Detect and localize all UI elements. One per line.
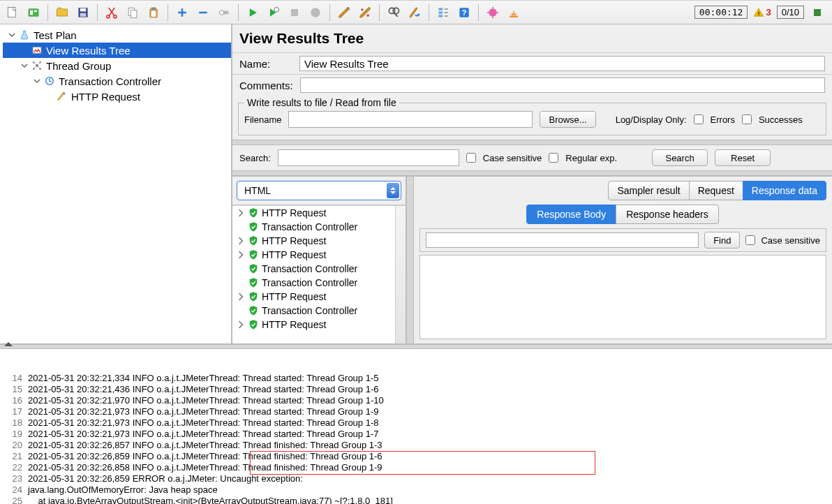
tree-toggle-icon[interactable] — [32, 76, 42, 86]
run-notimer-icon[interactable] — [264, 3, 283, 22]
run-icon[interactable] — [243, 3, 262, 22]
tree-toggle-icon[interactable] — [7, 30, 17, 40]
tab-sampler-result[interactable]: Sampler result — [608, 181, 689, 200]
comments-field[interactable] — [300, 77, 825, 93]
collapse-icon[interactable] — [193, 3, 213, 22]
log-line: 182021-05-31 20:32:21,973 INFO o.a.j.t.J… — [0, 417, 832, 429]
expand-icon[interactable] — [172, 3, 192, 22]
svg-rect-24 — [438, 11, 443, 13]
search-label: Search: — [239, 153, 271, 163]
find-field[interactable] — [426, 232, 699, 248]
search-field[interactable] — [278, 149, 459, 166]
svg-rect-25 — [438, 15, 443, 17]
result-item-label: Transaction Controller — [262, 305, 357, 316]
open-icon[interactable] — [52, 3, 72, 22]
svg-rect-13 — [151, 10, 156, 16]
reset-search-icon[interactable] — [405, 3, 424, 22]
find-button[interactable]: Find — [704, 232, 740, 249]
result-item-label: HTTP Request — [262, 319, 326, 330]
chevron-right-icon[interactable] — [237, 292, 245, 301]
result-item[interactable]: Transaction Controller — [232, 276, 406, 290]
svg-rect-0 — [8, 7, 15, 17]
response-body-area[interactable] — [419, 255, 826, 339]
log-line: 172021-05-31 20:32:21,973 INFO o.a.j.t.J… — [0, 406, 832, 417]
filename-field[interactable] — [288, 111, 533, 128]
copy-icon[interactable] — [123, 3, 142, 22]
result-item[interactable]: HTTP Request — [232, 290, 406, 304]
chevron-right-icon[interactable] — [237, 320, 245, 329]
tree-item[interactable]: HTTP Request — [3, 89, 231, 104]
case-checkbox[interactable] — [466, 153, 476, 163]
find-case-checkbox[interactable] — [745, 235, 755, 245]
svg-rect-2 — [30, 10, 33, 15]
success-shield-icon — [248, 291, 259, 302]
result-item[interactable]: Transaction Controller — [232, 304, 406, 318]
function-icon[interactable] — [433, 3, 453, 22]
result-item[interactable]: HTTP Request — [232, 248, 406, 262]
tab-response-data[interactable]: Response data — [743, 181, 826, 200]
flask-icon — [18, 29, 31, 40]
successes-checkbox[interactable] — [742, 114, 752, 124]
log-splitter[interactable] — [0, 343, 832, 349]
reset-button[interactable]: Reset — [715, 149, 771, 166]
clear-icon[interactable] — [334, 3, 354, 22]
name-label: Name: — [239, 58, 292, 70]
tab-request[interactable]: Request — [689, 181, 743, 200]
save-icon[interactable] — [73, 3, 93, 22]
tree-toggle-icon[interactable] — [20, 61, 29, 71]
clear-all-icon[interactable] — [355, 3, 375, 22]
subtab-response-headers[interactable]: Response headers — [616, 205, 719, 224]
result-item[interactable]: HTTP Request — [232, 318, 406, 332]
result-item[interactable]: Transaction Controller — [232, 262, 406, 276]
tree-item[interactable]: Thread Group — [3, 58, 231, 73]
success-shield-icon — [248, 277, 259, 288]
svg-point-19 — [361, 8, 363, 10]
result-item-label: HTTP Request — [262, 207, 326, 218]
svg-point-15 — [219, 10, 224, 15]
regex-checkbox[interactable] — [549, 153, 558, 163]
name-field[interactable] — [299, 56, 825, 71]
browse-button[interactable]: Browse... — [540, 111, 595, 128]
log-line: 232021-05-31 20:32:26,859 ERROR o.a.j.JM… — [0, 473, 832, 484]
stop-icon[interactable] — [285, 3, 304, 22]
search-button[interactable]: Search — [652, 149, 708, 166]
errors-checkbox[interactable] — [694, 114, 704, 124]
chevron-right-icon[interactable] — [237, 251, 245, 259]
result-item-label: HTTP Request — [262, 249, 326, 260]
templates-icon[interactable] — [24, 3, 43, 22]
debug-icon[interactable] — [483, 3, 503, 22]
new-icon[interactable] — [3, 3, 22, 22]
log-panel[interactable]: 142021-05-31 20:32:21,334 INFO o.a.j.t.J… — [0, 349, 832, 504]
chevron-right-icon[interactable] — [237, 237, 245, 245]
subtab-response-body[interactable]: Response Body — [526, 205, 616, 224]
search-icon[interactable] — [384, 3, 403, 22]
renderer-select[interactable]: HTML — [237, 181, 401, 200]
errors-label: Errors — [711, 114, 735, 125]
tree-item[interactable]: Test Plan — [3, 27, 231, 43]
result-item[interactable]: Transaction Controller — [232, 220, 406, 234]
cut-icon[interactable] — [102, 3, 121, 22]
chevron-right-icon[interactable] — [237, 209, 245, 217]
element-details-panel: View Results Tree Name: Comments: Write … — [232, 24, 832, 343]
result-item[interactable]: HTTP Request — [232, 206, 406, 220]
svg-point-18 — [311, 8, 320, 17]
test-plan-tree[interactable]: Test PlanView Results TreeThread GroupTr… — [0, 24, 232, 343]
svg-point-8 — [114, 15, 117, 17]
heap-icon[interactable] — [504, 3, 523, 22]
result-item[interactable]: HTTP Request — [232, 234, 406, 248]
tree-item[interactable]: View Results Tree — [3, 43, 231, 58]
svg-rect-3 — [34, 10, 37, 12]
warning-indicator[interactable]: ! 3 — [753, 7, 771, 18]
help-icon[interactable]: ? — [454, 3, 474, 22]
http-icon — [56, 91, 68, 102]
status-indicator-icon — [810, 3, 825, 22]
panel-title: View Results Tree — [232, 24, 832, 52]
result-item-label: HTTP Request — [262, 291, 326, 302]
toggle-icon[interactable] — [214, 3, 234, 22]
tree-item[interactable]: Transaction Controller — [3, 73, 231, 89]
svg-rect-23 — [438, 8, 443, 10]
success-shield-icon — [248, 207, 259, 218]
success-shield-icon — [248, 221, 259, 232]
shutdown-icon[interactable] — [306, 3, 325, 22]
paste-icon[interactable] — [144, 3, 163, 22]
